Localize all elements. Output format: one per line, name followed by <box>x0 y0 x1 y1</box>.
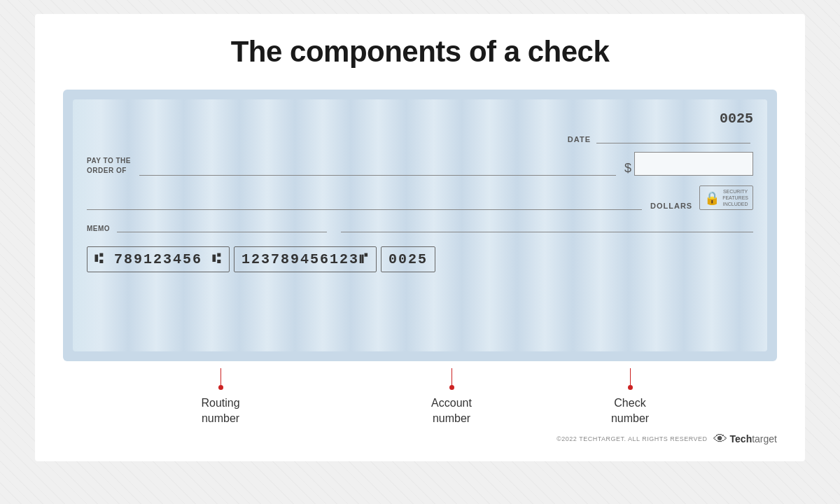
routing-label-group: Routing number <box>140 368 301 427</box>
check-outer: 0025 DATE PAY TO THE ORDER OF $ DOLLARS <box>63 90 777 361</box>
copyright-text: ©2022 TECHTARGET. ALL RIGHTS RESERVED <box>556 435 707 442</box>
routing-connector <box>220 368 221 385</box>
micr-line: ⑆ 789123456 ⑆ 123789456123⑈ 0025 <box>87 246 753 272</box>
date-row: DATE <box>87 132 753 144</box>
page-title: The components of a check <box>63 35 777 69</box>
signature-line <box>341 221 753 232</box>
check-number-micr: 0025 <box>381 246 435 272</box>
routing-label: Routing number <box>201 396 239 427</box>
eye-icon: 👁 <box>713 431 727 447</box>
routing-dot <box>218 385 223 390</box>
pay-row: PAY TO THE ORDER OF $ <box>87 152 753 176</box>
account-label-group: Account number <box>371 368 532 427</box>
check-diagram: 0025 DATE PAY TO THE ORDER OF $ DOLLARS <box>73 99 767 351</box>
labels-container: Routing number Account number Check numb… <box>63 368 777 427</box>
account-label: Account number <box>431 396 472 427</box>
dollar-sign: $ <box>624 161 631 176</box>
check-number-display: 0025 <box>87 111 753 127</box>
memo-row: MEMO <box>87 221 753 232</box>
date-line <box>596 132 750 144</box>
account-connector <box>451 368 452 385</box>
security-badge: 🔒 SECURITY FEATURES INCLUDED <box>699 186 753 210</box>
account-number-micr: 123789456123⑈ <box>234 246 377 272</box>
techtarget-logo: 👁 Techtarget <box>713 431 777 447</box>
dollars-label: DOLLARS <box>650 202 692 210</box>
check-label-group: Check number <box>574 368 686 427</box>
page-wrapper: The components of a check 0025 DATE PAY … <box>35 14 805 461</box>
routing-number-micr: ⑆ 789123456 ⑆ <box>87 246 230 272</box>
check-connector <box>630 368 631 385</box>
dollars-line <box>87 196 642 210</box>
check-dot <box>628 385 633 390</box>
dollars-row: DOLLARS 🔒 SECURITY FEATURES INCLUDED <box>87 186 753 210</box>
pay-label: PAY TO THE ORDER OF <box>87 156 131 176</box>
security-text: SECURITY FEATURES INCLUDED <box>722 188 748 207</box>
date-label: DATE <box>568 135 591 144</box>
brand-name: Techtarget <box>730 433 777 444</box>
account-dot <box>449 385 454 390</box>
memo-line <box>117 221 327 232</box>
footer: ©2022 TECHTARGET. ALL RIGHTS RESERVED 👁 … <box>63 427 777 447</box>
memo-label: MEMO <box>87 225 110 232</box>
lock-icon: 🔒 <box>704 190 720 206</box>
pay-line <box>139 162 616 176</box>
amount-box <box>634 152 753 176</box>
check-label: Check number <box>611 396 649 427</box>
